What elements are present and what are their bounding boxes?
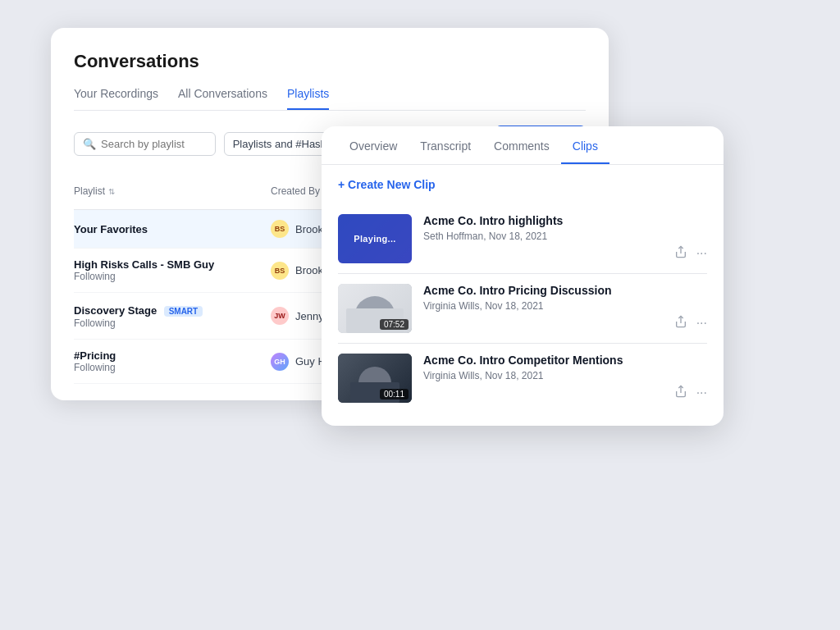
search-box[interactable]: 🔍 [74,132,216,156]
playlist-name-cell: Discovery Stage SMART Following [74,303,271,329]
clip-item: 00:11 Acme Co. Intro Competitor Mentions… [338,344,707,413]
share-button[interactable] [673,315,688,331]
search-icon: 🔍 [83,138,96,150]
avatar: JW [271,307,289,325]
clips-body: + Create New Clip Playing... Acme Co. In… [322,165,724,426]
playlist-name-cell: Your Favorites [74,221,271,236]
clip-meta: Seth Hoffman, Nov 18, 2021 [423,231,707,242]
playing-overlay: Playing... [338,214,412,263]
clip-duration: 00:11 [380,389,409,399]
avatar: BS [271,262,289,280]
tab-comments[interactable]: Comments [482,126,561,164]
tab-your-recordings[interactable]: Your Recordings [74,87,158,110]
avatar: GH [271,353,289,371]
clip-item: Playing... Acme Co. Intro highlights Set… [338,204,707,274]
tab-all-conversations[interactable]: All Conversations [178,87,267,110]
clip-actions: ··· [423,315,707,331]
playlist-name-cell: High Risks Calls - SMB Guy Following [74,258,271,282]
clip-meta: Virginia Wills, Nov 18, 2021 [423,300,707,312]
clip-thumbnail: 07:52 [338,284,412,333]
clip-actions: ··· [423,385,707,400]
tab-transcript[interactable]: Transcript [409,126,482,164]
more-options-button[interactable]: ··· [696,385,707,400]
sort-icon-playlist[interactable]: ⇅ [108,187,115,196]
clip-info: Acme Co. Intro highlights Seth Hoffman, … [423,214,707,261]
more-options-button[interactable]: ··· [696,315,707,331]
share-button[interactable] [673,385,688,400]
clip-title: Acme Co. Intro Competitor Mentions [423,354,707,367]
panel-title: Conversations [74,51,586,72]
clip-title: Acme Co. Intro Pricing Discussion [423,284,707,297]
clip-thumbnail: 00:11 [338,354,412,403]
clip-info: Acme Co. Intro Competitor Mentions Virgi… [423,354,707,400]
th-playlist: Playlist ⇅ [74,180,271,203]
share-button[interactable] [673,245,688,261]
tab-overview[interactable]: Overview [338,126,409,164]
clip-title: Acme Co. Intro highlights [423,214,707,227]
search-input[interactable] [101,138,207,150]
clip-duration: 07:52 [380,319,409,330]
clip-thumbnail: Playing... [338,214,412,263]
tab-clips[interactable]: Clips [561,126,609,164]
clip-actions: ··· [423,245,707,261]
clip-meta: Virginia Wills, Nov 18, 2021 [423,370,707,381]
clips-tab-bar: Overview Transcript Comments Clips [322,126,724,165]
tab-bar: Your Recordings All Conversations Playli… [74,87,586,111]
avatar: BS [271,220,289,238]
create-clip-link[interactable]: + Create New Clip [338,178,707,191]
playlist-name-cell: #Pricing Following [74,349,271,373]
clip-item: 07:52 Acme Co. Intro Pricing Discussion … [338,274,707,344]
clips-panel: Overview Transcript Comments Clips + Cre… [322,126,724,426]
clip-info: Acme Co. Intro Pricing Discussion Virgin… [423,284,707,331]
tab-playlists[interactable]: Playlists [287,87,329,110]
more-options-button[interactable]: ··· [696,245,707,261]
